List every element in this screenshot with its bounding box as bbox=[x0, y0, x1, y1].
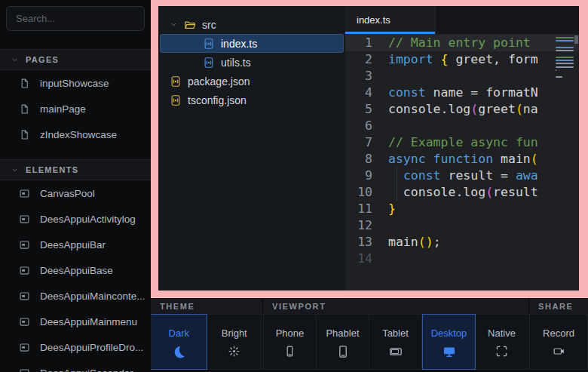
sidebar-item-label: DeesAppuiMainmenu bbox=[40, 316, 137, 327]
code-line-14: 14 bbox=[345, 251, 579, 267]
button-label: Phablet bbox=[326, 327, 359, 339]
code-text bbox=[388, 217, 553, 234]
code-text: main(); bbox=[388, 234, 553, 251]
line-number: 14 bbox=[345, 251, 388, 267]
sidebar-item-label: inputShowcase bbox=[40, 78, 109, 89]
search-wrap bbox=[0, 0, 151, 37]
sidebar-item-mainpage[interactable]: mainPage bbox=[0, 96, 151, 121]
minimap-line bbox=[556, 44, 574, 45]
phablet-button[interactable]: Phablet bbox=[317, 314, 369, 370]
sidebar-item-label: DeesAppuiBase bbox=[40, 265, 113, 276]
ts-file-icon bbox=[203, 38, 215, 50]
tablet-button[interactable]: Tablet bbox=[369, 314, 422, 370]
sidebar-item-deesappuisecondar-[interactable]: DeesAppuiSecondar... bbox=[0, 360, 151, 372]
code-line-8: 8async function main( bbox=[345, 151, 579, 168]
button-label: Record bbox=[543, 327, 574, 339]
sidebar-section-header-pages[interactable]: PAGES bbox=[0, 49, 151, 70]
code-text: import { greet, form bbox=[388, 51, 553, 68]
page-icon bbox=[19, 78, 30, 89]
code-text: console.log(result bbox=[388, 184, 553, 201]
native-button[interactable]: Native bbox=[476, 314, 528, 370]
code-line-10: 10 console.log(result bbox=[345, 184, 579, 201]
desktop-icon bbox=[443, 345, 456, 358]
editor-tab-label: index.ts bbox=[357, 14, 390, 26]
tree-item-package-json[interactable]: package.json bbox=[160, 72, 344, 91]
code-text: const result = awa bbox=[388, 168, 553, 184]
sidebar-item-zindexshowcase[interactable]: zIndexShowcase bbox=[0, 121, 151, 147]
toolbar-group-header-theme: THEME bbox=[151, 298, 262, 314]
button-label: Bright bbox=[222, 327, 247, 339]
editor-tab-index-ts[interactable]: index.ts bbox=[345, 6, 436, 34]
json-file-icon bbox=[170, 75, 182, 88]
desktop-button[interactable]: Desktop bbox=[422, 314, 476, 370]
minimap-line bbox=[556, 50, 574, 51]
sidebar-item-label: DeesAppuiActivitylog bbox=[40, 214, 136, 225]
dark-button[interactable]: Dark bbox=[151, 314, 207, 370]
button-label: Tablet bbox=[382, 327, 409, 339]
sidebar-sections: PAGESinputShowcasemainPagezIndexShowcase… bbox=[0, 49, 151, 372]
tree-item-tsconfig-json[interactable]: tsconfig.json bbox=[160, 91, 344, 109]
sidebar-item-canvaspool[interactable]: CanvasPool bbox=[0, 180, 151, 206]
code-line-7: 7// Example async fun bbox=[345, 134, 579, 151]
file-tree: srcindex.tsutils.tspackage.jsontsconfig.… bbox=[158, 6, 345, 291]
line-number: 10 bbox=[345, 184, 388, 201]
sidebar-item-deesappuiprofiledro-[interactable]: DeesAppuiProfileDro... bbox=[0, 334, 151, 360]
sidebar-item-deesappuimainmenu[interactable]: DeesAppuiMainmenu bbox=[0, 309, 151, 334]
sidebar: PAGESinputShowcasemainPagezIndexShowcase… bbox=[0, 0, 151, 372]
native-icon bbox=[495, 345, 508, 358]
sidebar-item-deesappuibase[interactable]: DeesAppuiBase bbox=[0, 257, 151, 283]
tree-item-src[interactable]: src bbox=[160, 15, 344, 34]
preview-canvas: srcindex.tsutils.tspackage.jsontsconfig.… bbox=[151, 0, 588, 298]
sidebar-item-label: CanvasPool bbox=[40, 188, 95, 199]
tree-item-index-ts[interactable]: index.ts bbox=[160, 34, 344, 53]
line-number: 8 bbox=[345, 151, 388, 168]
search-input[interactable] bbox=[6, 6, 145, 31]
minimap-line bbox=[556, 69, 556, 71]
component-icon bbox=[19, 367, 30, 372]
sidebar-item-label: mainPage bbox=[40, 103, 86, 115]
toolbar-group-label: THEME bbox=[160, 302, 195, 311]
code-text: async function main( bbox=[388, 151, 553, 168]
code-text: const name = formatN bbox=[388, 85, 553, 101]
folder-icon bbox=[184, 19, 196, 31]
scrollbar-thumb[interactable] bbox=[574, 35, 578, 44]
sidebar-section-label: PAGES bbox=[26, 55, 59, 64]
record-icon bbox=[553, 345, 565, 358]
chevron-down-icon bbox=[170, 20, 178, 29]
sidebar-item-inputshowcase[interactable]: inputShowcase bbox=[0, 70, 151, 96]
code-text: // Main entry point bbox=[388, 35, 553, 51]
code-line-12: 12 bbox=[345, 217, 579, 234]
sun-icon bbox=[228, 345, 240, 358]
code-area[interactable]: 1// Main entry point 2import { greet, fo… bbox=[345, 34, 579, 291]
code-text bbox=[388, 68, 553, 85]
sidebar-item-deesappuibar[interactable]: DeesAppuiBar bbox=[0, 232, 151, 257]
sidebar-item-deesappuimainconte-[interactable]: DeesAppuiMainconte... bbox=[0, 283, 151, 309]
phone-button[interactable]: Phone bbox=[263, 314, 317, 370]
sidebar-item-label: DeesAppuiProfileDro... bbox=[40, 342, 143, 353]
sidebar-section-header-elements[interactable]: ELEMENTS bbox=[0, 159, 151, 180]
minimap[interactable] bbox=[556, 37, 574, 82]
component-icon bbox=[19, 291, 30, 302]
tree-item-utils-ts[interactable]: utils.ts bbox=[160, 53, 344, 72]
minimap-line bbox=[556, 40, 574, 42]
minimap-line bbox=[556, 76, 562, 78]
code-line-9: 9 const result = awa bbox=[345, 168, 579, 184]
button-label: Phone bbox=[276, 327, 305, 339]
code-line-1: 1// Main entry point bbox=[345, 35, 579, 51]
bright-button[interactable]: Bright bbox=[207, 314, 263, 370]
toolbar-group-header-viewport: VIEWPORT bbox=[263, 298, 528, 314]
line-number: 6 bbox=[345, 118, 388, 134]
line-number: 4 bbox=[345, 85, 388, 101]
line-number: 7 bbox=[345, 134, 388, 151]
button-label: Desktop bbox=[431, 327, 467, 339]
sidebar-item-deesappuiactivitylog[interactable]: DeesAppuiActivitylog bbox=[0, 206, 151, 232]
json-file-icon bbox=[170, 94, 182, 106]
record-button[interactable]: Record bbox=[529, 314, 588, 370]
page-icon bbox=[19, 129, 30, 140]
code-line-2: 2import { greet, form bbox=[345, 51, 579, 68]
chevron-down-icon bbox=[11, 56, 19, 64]
minimap-line bbox=[556, 60, 574, 61]
code-text: } bbox=[388, 201, 553, 217]
code-editor: index.ts 1// Main entry point 2import { … bbox=[345, 6, 579, 291]
indent-guide bbox=[397, 168, 397, 184]
